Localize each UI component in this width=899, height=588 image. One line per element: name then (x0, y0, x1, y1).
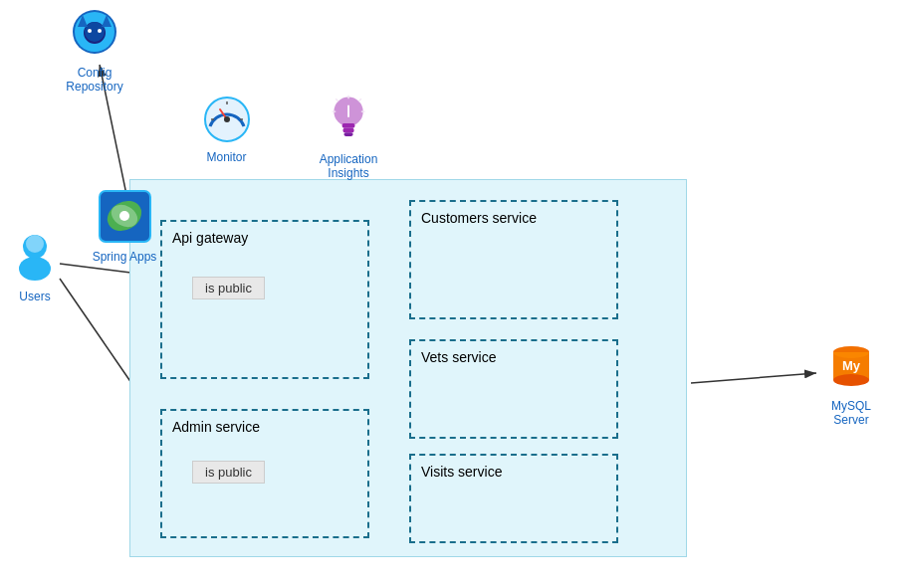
visits-service-box: Visits service (409, 454, 618, 543)
svg-line-33 (336, 98, 338, 101)
users-label: Users (5, 290, 65, 303)
svg-point-39 (833, 374, 869, 386)
mysql-icon: My (824, 338, 879, 393)
diagram-container: Api gateway is public Admin service is p… (0, 0, 899, 588)
svg-point-40 (833, 346, 869, 358)
monitor-icon-container: Monitor (194, 95, 259, 164)
monitor-label: Monitor (194, 150, 259, 164)
spring-apps-icon-container: Spring Apps (85, 189, 164, 264)
svg-point-15 (88, 29, 92, 33)
customers-service-label: Customers service (421, 210, 537, 226)
users-icon-container: Users (5, 229, 65, 303)
app-insights-label: Application Insights (299, 152, 398, 180)
config-repo-label: Config Repository (55, 66, 134, 94)
api-gateway-label: Api gateway (172, 230, 248, 246)
svg-rect-28 (341, 123, 354, 128)
mysql-icon-container: My MySQL Server (816, 338, 886, 427)
svg-rect-29 (342, 128, 353, 133)
svg-point-16 (98, 29, 102, 33)
api-gateway-box: Api gateway is public (160, 220, 369, 379)
config-repo-icon (68, 5, 122, 60)
api-gateway-public-badge: is public (192, 277, 265, 299)
svg-line-5 (691, 373, 816, 383)
spring-apps-outer-box: Api gateway is public Admin service is p… (129, 179, 687, 557)
svg-point-20 (119, 211, 129, 221)
vets-service-box: Vets service (409, 339, 618, 439)
spring-apps-label: Spring Apps (85, 250, 164, 264)
config-repo-icon-container: Config Repository (55, 5, 134, 94)
svg-point-8 (26, 235, 44, 253)
users-icon (13, 229, 58, 284)
svg-line-34 (358, 98, 361, 101)
app-insights-icon-container: Application Insights (299, 92, 398, 180)
app-insights-icon (327, 92, 371, 146)
svg-point-6 (19, 257, 51, 281)
monitor-icon (202, 95, 252, 144)
admin-service-public-badge: is public (192, 461, 265, 484)
mysql-label: MySQL Server (816, 399, 886, 427)
spring-apps-icon (98, 189, 152, 244)
svg-point-12 (85, 22, 105, 42)
customers-service-box: Customers service (409, 200, 618, 319)
admin-service-box: Admin service is public (160, 409, 369, 538)
visits-service-label: Visits service (421, 464, 502, 480)
svg-rect-30 (343, 132, 352, 136)
vets-service-label: Vets service (421, 349, 496, 365)
svg-point-23 (224, 116, 230, 122)
svg-text:My: My (842, 358, 861, 373)
admin-service-label: Admin service (172, 419, 260, 435)
